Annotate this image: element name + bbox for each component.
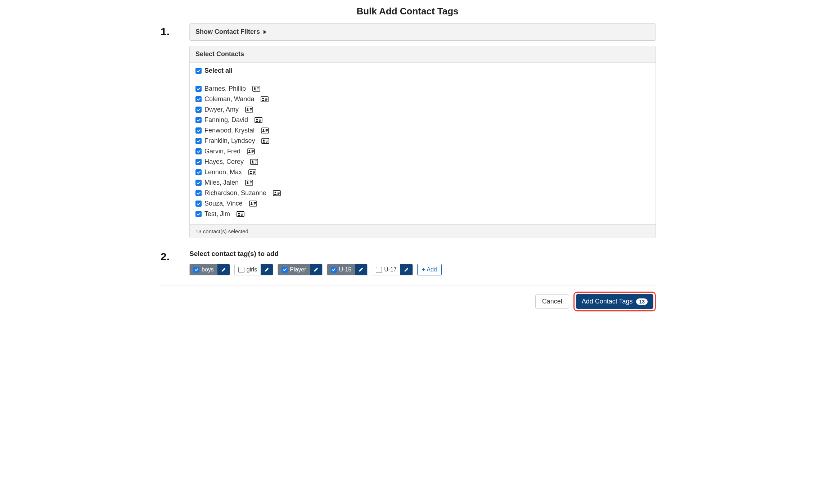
tag-checkbox[interactable]	[282, 267, 288, 273]
tag-checkbox[interactable]	[376, 267, 382, 273]
contact-checkbox[interactable]	[195, 86, 202, 92]
contact-checkbox[interactable]	[195, 159, 202, 165]
pencil-icon	[264, 267, 269, 272]
contact-card-icon[interactable]	[261, 127, 269, 134]
contact-card-icon[interactable]	[248, 169, 256, 175]
tag-chip: Player	[278, 264, 322, 275]
contact-card-icon[interactable]	[252, 86, 260, 92]
pencil-icon	[404, 267, 409, 272]
chevron-right-icon	[264, 30, 266, 34]
submit-count-badge: 13	[636, 298, 648, 305]
svg-point-56	[251, 202, 252, 203]
pencil-icon	[314, 267, 319, 272]
svg-point-16	[256, 118, 258, 120]
contacts-selected-summary: 13 contact(s) selected.	[190, 224, 656, 238]
contact-row: Fenwood, Krystal	[195, 125, 650, 136]
page-title: Bulk Add Contact Tags	[159, 6, 656, 17]
svg-point-61	[238, 212, 240, 214]
submit-button-highlight: Add Contact Tags 13	[573, 292, 656, 311]
tag-checkbox[interactable]	[193, 267, 199, 273]
contact-checkbox[interactable]	[195, 117, 202, 123]
pencil-icon	[359, 267, 364, 272]
contact-checkbox[interactable]	[195, 211, 202, 217]
cancel-button[interactable]: Cancel	[535, 294, 569, 309]
contact-row: Fanning, David	[195, 115, 650, 125]
add-tag-button[interactable]: + Add	[417, 264, 442, 275]
contact-checkbox[interactable]	[195, 169, 202, 175]
footer-bar: Cancel Add Contact Tags 13	[159, 285, 656, 311]
svg-point-41	[250, 171, 252, 172]
contact-row: Richardson, Suzanne	[195, 188, 650, 198]
tag-chip-toggle[interactable]: boys	[190, 264, 217, 275]
svg-point-31	[249, 150, 250, 151]
contact-checkbox[interactable]	[195, 190, 202, 196]
tag-label: girls	[247, 266, 257, 273]
step1-number: 1.	[159, 23, 179, 38]
contacts-panel-header-label: Select Contacts	[195, 50, 244, 58]
contact-row: Franklin, Lyndsey	[195, 136, 650, 146]
svg-point-1	[254, 87, 256, 89]
select-all-row[interactable]: Select all	[190, 63, 656, 79]
tag-chip-toggle[interactable]: U-15	[327, 264, 355, 275]
contact-name: Lennon, Max	[204, 168, 242, 176]
contact-card-icon[interactable]	[249, 201, 257, 207]
tag-edit-button[interactable]	[217, 264, 230, 275]
contact-checkbox[interactable]	[195, 148, 202, 154]
contact-row: Miles, Jalen	[195, 177, 650, 188]
tag-chip-toggle[interactable]: Player	[278, 264, 310, 275]
svg-point-46	[247, 181, 248, 183]
tag-checkbox[interactable]	[331, 267, 337, 273]
tag-checkbox[interactable]	[238, 267, 244, 273]
contact-row: Souza, Vince	[195, 198, 650, 209]
contact-card-icon[interactable]	[247, 148, 255, 154]
svg-point-51	[275, 192, 276, 193]
tag-chip-toggle[interactable]: U-17	[372, 264, 400, 275]
contact-card-icon[interactable]	[273, 190, 281, 196]
submit-button-label: Add Contact Tags	[582, 298, 633, 305]
contact-checkbox[interactable]	[195, 138, 202, 144]
contact-name: Coleman, Wanda	[204, 95, 254, 103]
contact-row: Barnes, Phillip	[195, 84, 650, 94]
contact-name: Hayes, Corey	[204, 158, 244, 166]
contact-checkbox[interactable]	[195, 107, 202, 113]
add-tag-label: Add	[427, 266, 437, 273]
contact-checkbox[interactable]	[195, 180, 202, 186]
tag-edit-button[interactable]	[400, 264, 413, 275]
contact-card-icon[interactable]	[255, 117, 262, 123]
contact-checkbox[interactable]	[195, 96, 202, 102]
select-all-checkbox[interactable]	[195, 68, 202, 74]
tag-edit-button[interactable]	[355, 264, 367, 275]
contact-card-icon[interactable]	[245, 107, 253, 113]
tag-label: U-15	[339, 266, 352, 273]
tag-edit-button[interactable]	[261, 264, 273, 275]
contact-checkbox[interactable]	[195, 201, 202, 207]
contact-name: Test, Jim	[204, 210, 230, 218]
plus-icon: +	[422, 266, 425, 273]
contact-card-icon[interactable]	[261, 138, 269, 144]
tag-chip: U-17	[372, 264, 413, 275]
contact-row: Dwyer, Amy	[195, 104, 650, 115]
contact-list: Barnes, PhillipColeman, WandaDwyer, AmyF…	[190, 79, 656, 224]
contact-name: Barnes, Phillip	[204, 85, 246, 93]
contact-card-icon[interactable]	[245, 180, 253, 186]
tags-section-label: Select contact tag(s) to add	[189, 250, 656, 258]
tag-chip-toggle[interactable]: girls	[235, 264, 261, 275]
svg-point-11	[247, 108, 248, 109]
svg-point-26	[263, 139, 265, 141]
filters-toggle-label: Show Contact Filters	[195, 28, 260, 36]
contact-name: Dwyer, Amy	[204, 106, 239, 113]
contact-name: Garvin, Fred	[204, 148, 240, 155]
contact-card-icon[interactable]	[250, 159, 258, 165]
contact-checkbox[interactable]	[195, 127, 202, 134]
tag-label: boys	[202, 266, 214, 273]
contact-row: Lennon, Max	[195, 167, 650, 177]
tags-row: boysgirlsPlayerU-15U-17+ Add	[189, 260, 656, 275]
tag-edit-button[interactable]	[310, 264, 322, 275]
contact-name: Richardson, Suzanne	[204, 189, 266, 197]
svg-point-6	[262, 98, 264, 99]
contact-card-icon[interactable]	[237, 211, 244, 217]
contact-card-icon[interactable]	[261, 96, 269, 102]
filters-toggle[interactable]: Show Contact Filters	[190, 24, 656, 40]
add-contact-tags-button[interactable]: Add Contact Tags 13	[576, 294, 653, 309]
select-all-label: Select all	[204, 67, 233, 75]
